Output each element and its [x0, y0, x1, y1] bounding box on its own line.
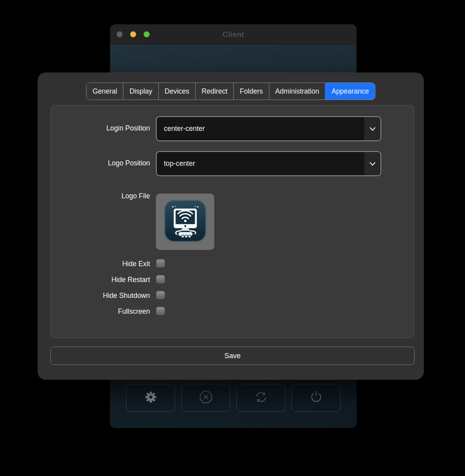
logo-position-label: Logo Position	[51, 159, 150, 167]
refresh-icon	[254, 390, 268, 405]
tab-redirect[interactable]: Redirect	[195, 83, 233, 100]
logo-file-button[interactable]	[156, 194, 214, 250]
settings-tab-bar: General Display Devices Redirect Folders…	[86, 83, 375, 100]
fullscreen-checkbox[interactable]	[156, 307, 165, 315]
logo-position-select[interactable]: top-center	[156, 151, 381, 176]
gear-icon	[144, 390, 158, 405]
login-position-value: center-center	[164, 125, 205, 133]
tab-display[interactable]: Display	[123, 83, 158, 100]
tab-folders[interactable]: Folders	[233, 83, 269, 100]
settings-dialog: General Display Devices Redirect Folders…	[38, 73, 424, 380]
tab-devices[interactable]: Devices	[158, 83, 195, 100]
login-position-label: Login Position	[51, 124, 150, 132]
tab-appearance[interactable]: Appearance	[325, 83, 375, 100]
hide-exit-checkbox[interactable]	[156, 259, 165, 268]
logo-position-value: top-center	[164, 159, 195, 168]
titlebar: Client	[110, 25, 356, 44]
login-position-select[interactable]: center-center	[156, 116, 381, 141]
wifi-monitor-app-icon	[164, 200, 207, 244]
hide-shutdown-label: Hide Shutdown	[51, 292, 150, 300]
window-title: Client	[110, 30, 356, 39]
hide-restart-label: Hide Restart	[51, 276, 150, 284]
logo-file-label: Logo File	[51, 192, 150, 200]
fullscreen-label: Fullscreen	[51, 307, 150, 316]
cancel-button[interactable]	[181, 384, 230, 412]
chevron-down-icon	[364, 152, 380, 175]
tab-general[interactable]: General	[86, 83, 123, 100]
hide-exit-label: Hide Exit	[51, 260, 150, 268]
power-icon	[309, 390, 323, 405]
power-button[interactable]	[292, 384, 340, 412]
refresh-button[interactable]	[236, 384, 285, 412]
settings-button[interactable]	[126, 384, 175, 412]
appearance-panel: Login Position center-center Logo Positi…	[51, 105, 414, 338]
cancel-octagon-icon	[199, 390, 213, 405]
client-footer-toolbar	[126, 384, 340, 412]
tab-administration[interactable]: Administration	[269, 83, 325, 100]
hide-shutdown-checkbox[interactable]	[156, 291, 165, 299]
hide-restart-checkbox[interactable]	[156, 275, 165, 284]
save-button[interactable]: Save	[50, 347, 415, 365]
chevron-down-icon	[364, 117, 380, 140]
